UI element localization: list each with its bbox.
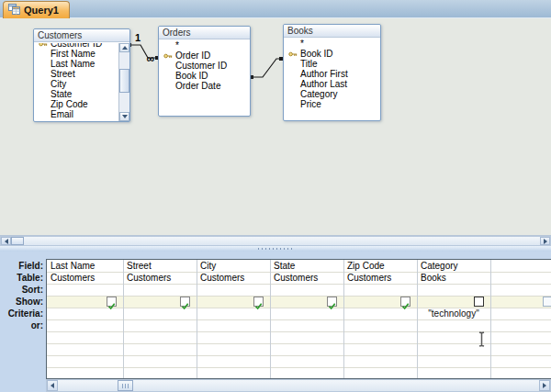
field-label: * (175, 40, 179, 50)
field-label: Email (51, 109, 73, 119)
field-cell-1[interactable]: Street (123, 260, 197, 272)
grid-horizontal-scrollbar[interactable] (46, 379, 551, 392)
scroll-left-button[interactable] (47, 380, 58, 391)
criteria-cell-0[interactable] (48, 308, 122, 319)
field-cell-4[interactable]: Zip Code (343, 260, 417, 272)
field-cell-2[interactable]: City (197, 260, 270, 272)
field-label: Book ID (175, 71, 208, 81)
show-checkbox-0[interactable] (107, 297, 117, 307)
field-label: Author First (300, 69, 348, 79)
table-cell-5[interactable]: Books (417, 272, 490, 284)
or-cell-4[interactable] (344, 319, 416, 331)
field-cell-3[interactable]: State (270, 260, 343, 272)
field-item-last-name[interactable]: Last Name (35, 59, 129, 69)
field-item-author-last[interactable]: Author Last (285, 79, 379, 89)
table-box-orders[interactable]: Orders*Order IDCustomer IDBook IDOrder D… (158, 26, 251, 117)
design-horizontal-scrollbar[interactable] (0, 236, 551, 246)
field-item-book-id[interactable]: Book ID (285, 49, 379, 59)
scroll-thumb[interactable] (119, 69, 129, 93)
field-item-book-id[interactable]: Book ID (160, 71, 249, 81)
field-label: Order ID (175, 50, 210, 61)
arrow-up-icon (122, 46, 128, 50)
scroll-right-button[interactable] (540, 237, 550, 245)
field-cell-0[interactable]: Last Name (47, 260, 123, 272)
design-surface: 1∞ CustomersCustomer IDFirst NameLast Na… (0, 18, 551, 236)
field-label: Order Date (175, 81, 220, 91)
or-cell-0[interactable] (48, 319, 122, 331)
table-cell-0[interactable]: Customers (47, 272, 123, 284)
scroll-left-button[interactable] (1, 237, 11, 245)
sort-cell-0[interactable] (47, 284, 123, 296)
field-label: City (51, 79, 66, 89)
sort-cell-3[interactable] (270, 284, 343, 296)
sort-cell-2[interactable] (197, 284, 270, 296)
or-cell-3[interactable] (271, 319, 343, 331)
criteria-cell-4[interactable] (344, 308, 416, 319)
table-cell-2[interactable]: Customers (197, 272, 270, 284)
field-item-price[interactable]: Price (285, 99, 379, 109)
or-cell-1[interactable] (124, 319, 196, 331)
criteria-cell-3[interactable] (271, 308, 343, 319)
field-item-category[interactable]: Category (285, 89, 379, 99)
show-checkbox-3[interactable] (327, 297, 337, 307)
show-checkbox-new-column[interactable] (543, 297, 551, 307)
field-item-city[interactable]: City (35, 79, 129, 89)
show-checkbox-2[interactable] (253, 297, 264, 307)
tab-query1[interactable]: Query1 (3, 1, 70, 18)
field-item-author-first[interactable]: Author First (285, 69, 379, 79)
sort-cell-4[interactable] (343, 284, 417, 296)
field-item-state[interactable]: State (35, 89, 129, 99)
field-item-customer-id[interactable]: Customer ID (160, 61, 249, 71)
arrow-left-icon (51, 383, 54, 388)
sort-cell-1[interactable] (123, 284, 197, 296)
field-item-order-date[interactable]: Order Date (160, 81, 249, 91)
criteria-cell-5[interactable]: "technology" (418, 308, 489, 319)
field-label: Street (51, 69, 75, 79)
table-cell-4[interactable]: Customers (343, 272, 417, 284)
splitter-grip-dots (258, 248, 293, 250)
scroll-thumb[interactable] (118, 380, 133, 391)
table-cell-1[interactable]: Customers (123, 272, 197, 284)
tab-bar: Query1 (0, 0, 551, 18)
show-checkbox-4[interactable] (400, 297, 410, 307)
field-item--[interactable]: * (285, 39, 379, 49)
field-cell-5[interactable]: Category (417, 260, 490, 272)
sort-cell-5[interactable] (417, 284, 490, 296)
table-box-books[interactable]: Books*Book IDTitleAuthor FirstAuthor Las… (283, 24, 381, 121)
table-box-customers[interactable]: CustomersCustomer IDFirst NameLast NameS… (33, 28, 130, 122)
scroll-thumb[interactable] (11, 237, 24, 245)
field-label: Last Name (51, 59, 95, 69)
field-label: * (300, 39, 304, 49)
criteria-cell-1[interactable] (124, 308, 196, 319)
text-cursor (477, 330, 487, 348)
table-list-scrollbar[interactable] (118, 43, 129, 121)
or-cell-2[interactable] (197, 319, 269, 331)
field-item-title[interactable]: Title (285, 59, 379, 69)
criteria-cell-2[interactable] (197, 308, 269, 319)
field-label: Book ID (300, 49, 333, 59)
row-label-show: Show: (0, 296, 43, 308)
scroll-up-button[interactable] (119, 43, 129, 52)
scroll-down-button[interactable] (119, 112, 129, 121)
field-item-zip-code[interactable]: Zip Code (35, 99, 129, 109)
field-label: Zip Code (51, 99, 88, 109)
thumb-grip (122, 384, 129, 388)
field-item-order-id[interactable]: Order ID (160, 50, 249, 61)
table-cell-3[interactable]: Customers (270, 272, 343, 284)
svg-text:1: 1 (135, 32, 141, 43)
table-field-list: *Order IDCustomer IDBook IDOrder Date (160, 40, 249, 115)
show-checkbox-1[interactable] (180, 297, 190, 307)
arrow-left-icon (5, 239, 8, 244)
access-query-design-window: Query1 1∞ CustomersCustomer IDFirst Name… (0, 0, 551, 392)
field-item-first-name[interactable]: First Name (35, 49, 129, 59)
arrow-right-icon (543, 383, 546, 388)
scroll-right-button[interactable] (539, 380, 550, 391)
field-label: Title (300, 59, 318, 69)
show-checkbox-5[interactable] (474, 297, 484, 307)
field-item-email[interactable]: Email (35, 109, 129, 119)
field-label: State (51, 89, 72, 99)
field-item-street[interactable]: Street (35, 69, 129, 79)
field-label: First Name (51, 49, 96, 59)
arrow-down-icon (122, 115, 128, 118)
field-item--[interactable]: * (160, 40, 249, 50)
